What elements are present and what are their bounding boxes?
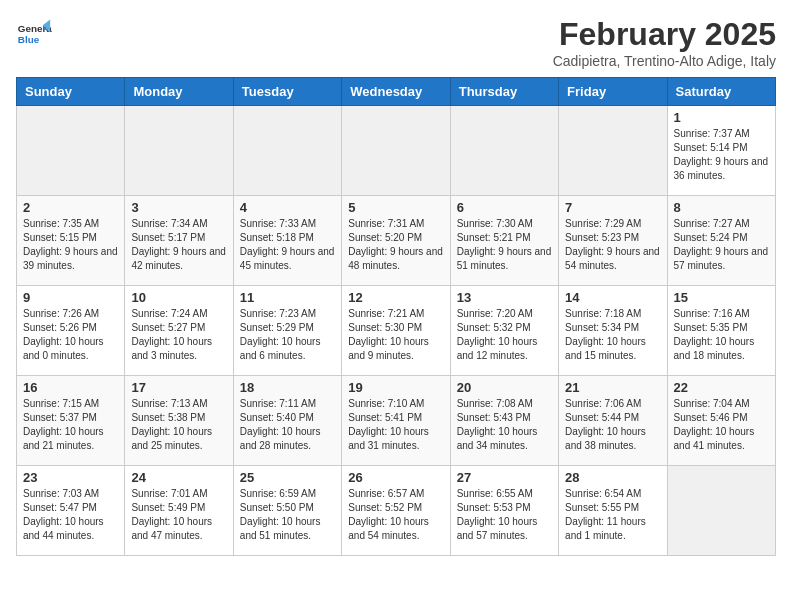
calendar-cell xyxy=(342,106,450,196)
day-info: Sunrise: 7:18 AM Sunset: 5:34 PM Dayligh… xyxy=(565,307,660,363)
day-info: Sunrise: 7:24 AM Sunset: 5:27 PM Dayligh… xyxy=(131,307,226,363)
day-info: Sunrise: 7:27 AM Sunset: 5:24 PM Dayligh… xyxy=(674,217,769,273)
day-number: 12 xyxy=(348,290,443,305)
calendar-cell: 22Sunrise: 7:04 AM Sunset: 5:46 PM Dayli… xyxy=(667,376,775,466)
day-number: 23 xyxy=(23,470,118,485)
calendar-cell: 28Sunrise: 6:54 AM Sunset: 5:55 PM Dayli… xyxy=(559,466,667,556)
weekday-header-row: SundayMondayTuesdayWednesdayThursdayFrid… xyxy=(17,78,776,106)
calendar-cell: 6Sunrise: 7:30 AM Sunset: 5:21 PM Daylig… xyxy=(450,196,558,286)
day-info: Sunrise: 7:31 AM Sunset: 5:20 PM Dayligh… xyxy=(348,217,443,273)
day-info: Sunrise: 7:30 AM Sunset: 5:21 PM Dayligh… xyxy=(457,217,552,273)
day-number: 22 xyxy=(674,380,769,395)
day-number: 8 xyxy=(674,200,769,215)
calendar-cell xyxy=(559,106,667,196)
title-block: February 2025 Cadipietra, Trentino-Alto … xyxy=(553,16,776,69)
day-number: 17 xyxy=(131,380,226,395)
calendar-cell xyxy=(125,106,233,196)
day-number: 3 xyxy=(131,200,226,215)
day-number: 26 xyxy=(348,470,443,485)
day-number: 10 xyxy=(131,290,226,305)
calendar-cell xyxy=(17,106,125,196)
calendar-cell: 27Sunrise: 6:55 AM Sunset: 5:53 PM Dayli… xyxy=(450,466,558,556)
day-info: Sunrise: 7:01 AM Sunset: 5:49 PM Dayligh… xyxy=(131,487,226,543)
day-number: 24 xyxy=(131,470,226,485)
day-number: 21 xyxy=(565,380,660,395)
calendar-cell: 24Sunrise: 7:01 AM Sunset: 5:49 PM Dayli… xyxy=(125,466,233,556)
day-info: Sunrise: 7:08 AM Sunset: 5:43 PM Dayligh… xyxy=(457,397,552,453)
day-info: Sunrise: 6:55 AM Sunset: 5:53 PM Dayligh… xyxy=(457,487,552,543)
calendar-cell: 26Sunrise: 6:57 AM Sunset: 5:52 PM Dayli… xyxy=(342,466,450,556)
calendar-cell xyxy=(233,106,341,196)
svg-text:Blue: Blue xyxy=(18,34,40,45)
weekday-header-wednesday: Wednesday xyxy=(342,78,450,106)
calendar-cell: 12Sunrise: 7:21 AM Sunset: 5:30 PM Dayli… xyxy=(342,286,450,376)
day-info: Sunrise: 7:29 AM Sunset: 5:23 PM Dayligh… xyxy=(565,217,660,273)
calendar-cell: 9Sunrise: 7:26 AM Sunset: 5:26 PM Daylig… xyxy=(17,286,125,376)
calendar-cell: 3Sunrise: 7:34 AM Sunset: 5:17 PM Daylig… xyxy=(125,196,233,286)
day-number: 28 xyxy=(565,470,660,485)
day-number: 13 xyxy=(457,290,552,305)
day-info: Sunrise: 7:34 AM Sunset: 5:17 PM Dayligh… xyxy=(131,217,226,273)
day-number: 15 xyxy=(674,290,769,305)
calendar-cell: 10Sunrise: 7:24 AM Sunset: 5:27 PM Dayli… xyxy=(125,286,233,376)
calendar-cell: 18Sunrise: 7:11 AM Sunset: 5:40 PM Dayli… xyxy=(233,376,341,466)
day-number: 1 xyxy=(674,110,769,125)
calendar-cell: 11Sunrise: 7:23 AM Sunset: 5:29 PM Dayli… xyxy=(233,286,341,376)
calendar-cell: 25Sunrise: 6:59 AM Sunset: 5:50 PM Dayli… xyxy=(233,466,341,556)
day-info: Sunrise: 6:57 AM Sunset: 5:52 PM Dayligh… xyxy=(348,487,443,543)
day-info: Sunrise: 7:37 AM Sunset: 5:14 PM Dayligh… xyxy=(674,127,769,183)
week-row-4: 16Sunrise: 7:15 AM Sunset: 5:37 PM Dayli… xyxy=(17,376,776,466)
logo: General Blue xyxy=(16,16,52,52)
calendar-cell: 5Sunrise: 7:31 AM Sunset: 5:20 PM Daylig… xyxy=(342,196,450,286)
calendar-cell: 15Sunrise: 7:16 AM Sunset: 5:35 PM Dayli… xyxy=(667,286,775,376)
day-info: Sunrise: 7:21 AM Sunset: 5:30 PM Dayligh… xyxy=(348,307,443,363)
day-number: 19 xyxy=(348,380,443,395)
page-header: General Blue February 2025 Cadipietra, T… xyxy=(16,16,776,69)
day-number: 6 xyxy=(457,200,552,215)
day-info: Sunrise: 7:10 AM Sunset: 5:41 PM Dayligh… xyxy=(348,397,443,453)
day-info: Sunrise: 7:20 AM Sunset: 5:32 PM Dayligh… xyxy=(457,307,552,363)
calendar-cell: 17Sunrise: 7:13 AM Sunset: 5:38 PM Dayli… xyxy=(125,376,233,466)
calendar-cell: 13Sunrise: 7:20 AM Sunset: 5:32 PM Dayli… xyxy=(450,286,558,376)
week-row-2: 2Sunrise: 7:35 AM Sunset: 5:15 PM Daylig… xyxy=(17,196,776,286)
day-info: Sunrise: 7:33 AM Sunset: 5:18 PM Dayligh… xyxy=(240,217,335,273)
day-number: 18 xyxy=(240,380,335,395)
day-info: Sunrise: 7:23 AM Sunset: 5:29 PM Dayligh… xyxy=(240,307,335,363)
day-number: 2 xyxy=(23,200,118,215)
calendar-cell: 16Sunrise: 7:15 AM Sunset: 5:37 PM Dayli… xyxy=(17,376,125,466)
day-number: 14 xyxy=(565,290,660,305)
calendar-cell: 2Sunrise: 7:35 AM Sunset: 5:15 PM Daylig… xyxy=(17,196,125,286)
weekday-header-sunday: Sunday xyxy=(17,78,125,106)
day-info: Sunrise: 7:11 AM Sunset: 5:40 PM Dayligh… xyxy=(240,397,335,453)
day-info: Sunrise: 7:16 AM Sunset: 5:35 PM Dayligh… xyxy=(674,307,769,363)
calendar-cell: 8Sunrise: 7:27 AM Sunset: 5:24 PM Daylig… xyxy=(667,196,775,286)
day-number: 20 xyxy=(457,380,552,395)
day-info: Sunrise: 6:59 AM Sunset: 5:50 PM Dayligh… xyxy=(240,487,335,543)
calendar-cell: 4Sunrise: 7:33 AM Sunset: 5:18 PM Daylig… xyxy=(233,196,341,286)
week-row-3: 9Sunrise: 7:26 AM Sunset: 5:26 PM Daylig… xyxy=(17,286,776,376)
week-row-5: 23Sunrise: 7:03 AM Sunset: 5:47 PM Dayli… xyxy=(17,466,776,556)
weekday-header-tuesday: Tuesday xyxy=(233,78,341,106)
day-info: Sunrise: 7:06 AM Sunset: 5:44 PM Dayligh… xyxy=(565,397,660,453)
month-title: February 2025 xyxy=(553,16,776,53)
day-number: 5 xyxy=(348,200,443,215)
calendar-cell: 21Sunrise: 7:06 AM Sunset: 5:44 PM Dayli… xyxy=(559,376,667,466)
calendar-cell: 1Sunrise: 7:37 AM Sunset: 5:14 PM Daylig… xyxy=(667,106,775,196)
day-info: Sunrise: 7:03 AM Sunset: 5:47 PM Dayligh… xyxy=(23,487,118,543)
weekday-header-thursday: Thursday xyxy=(450,78,558,106)
week-row-1: 1Sunrise: 7:37 AM Sunset: 5:14 PM Daylig… xyxy=(17,106,776,196)
day-number: 7 xyxy=(565,200,660,215)
weekday-header-saturday: Saturday xyxy=(667,78,775,106)
calendar-cell: 20Sunrise: 7:08 AM Sunset: 5:43 PM Dayli… xyxy=(450,376,558,466)
day-number: 9 xyxy=(23,290,118,305)
day-info: Sunrise: 7:35 AM Sunset: 5:15 PM Dayligh… xyxy=(23,217,118,273)
location-subtitle: Cadipietra, Trentino-Alto Adige, Italy xyxy=(553,53,776,69)
day-number: 25 xyxy=(240,470,335,485)
calendar-cell: 19Sunrise: 7:10 AM Sunset: 5:41 PM Dayli… xyxy=(342,376,450,466)
day-info: Sunrise: 6:54 AM Sunset: 5:55 PM Dayligh… xyxy=(565,487,660,543)
day-number: 11 xyxy=(240,290,335,305)
calendar-table: SundayMondayTuesdayWednesdayThursdayFrid… xyxy=(16,77,776,556)
logo-icon: General Blue xyxy=(16,16,52,52)
day-info: Sunrise: 7:15 AM Sunset: 5:37 PM Dayligh… xyxy=(23,397,118,453)
weekday-header-friday: Friday xyxy=(559,78,667,106)
